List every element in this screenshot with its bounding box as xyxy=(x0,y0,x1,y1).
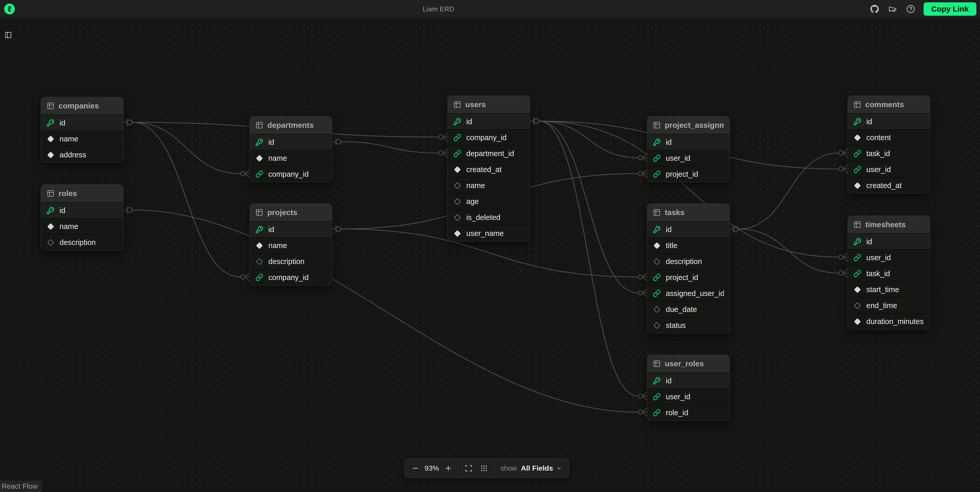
sidebar-toggle-button[interactable] xyxy=(5,32,12,40)
table-field-row[interactable]: start_time xyxy=(848,281,930,297)
table-field-row[interactable]: task_id xyxy=(848,265,930,281)
table-node-projects[interactable]: projectsidnamedescriptioncompany_id xyxy=(250,203,332,286)
table-title: projects xyxy=(267,208,298,217)
table-header[interactable]: companies xyxy=(41,97,123,114)
fields-filter-dropdown[interactable]: All Fields xyxy=(521,464,562,473)
erd-canvas[interactable] xyxy=(0,18,980,492)
foreign-key-icon xyxy=(653,289,661,297)
table-field-row[interactable]: title xyxy=(647,237,729,253)
table-header[interactable]: roles xyxy=(41,185,123,202)
field-name: company_id xyxy=(268,170,309,178)
table-field-row[interactable]: id xyxy=(647,221,729,237)
table-field-row[interactable]: id xyxy=(41,202,123,218)
table-field-row[interactable]: created_at xyxy=(848,177,930,193)
field-name: age xyxy=(466,197,479,206)
table-header[interactable]: users xyxy=(448,96,530,113)
table-header[interactable]: tasks xyxy=(647,204,729,221)
table-icon xyxy=(47,190,54,197)
table-field-row[interactable]: status xyxy=(647,317,729,333)
primary-key-icon xyxy=(255,225,263,233)
table-node-comments[interactable]: commentsidcontenttask_iduser_idcreated_a… xyxy=(848,95,930,194)
table-field-row[interactable]: project_id xyxy=(647,166,729,182)
table-header[interactable]: timesheets xyxy=(848,216,930,233)
table-field-row[interactable]: name xyxy=(448,177,530,193)
table-field-row[interactable]: user_id xyxy=(647,389,729,405)
table-field-row[interactable]: due_date xyxy=(647,301,729,317)
table-field-row[interactable]: created_at xyxy=(448,161,530,177)
table-field-row[interactable]: description xyxy=(647,253,729,269)
table-field-row[interactable]: name xyxy=(41,218,123,234)
table-field-row[interactable]: id xyxy=(848,113,930,129)
table-field-row[interactable]: id xyxy=(848,233,930,249)
table-field-row[interactable]: company_id xyxy=(448,129,530,145)
table-field-row[interactable]: end_time xyxy=(848,297,930,313)
table-field-row[interactable]: id xyxy=(647,134,729,150)
table-field-row[interactable]: user_id xyxy=(848,249,930,265)
table-node-project_assignme[interactable]: project_assignme...iduser_idproject_id xyxy=(647,116,730,182)
table-field-row[interactable]: name xyxy=(41,130,123,146)
primary-key-icon xyxy=(47,206,54,214)
table-node-departments[interactable]: departmentsidnamecompany_id xyxy=(250,116,332,182)
react-flow-attribution[interactable]: React Flow xyxy=(0,481,42,492)
tidy-up-button[interactable] xyxy=(480,465,488,472)
table-field-row[interactable]: id xyxy=(448,113,530,129)
megaphone-icon[interactable] xyxy=(888,4,898,14)
help-icon[interactable] xyxy=(905,4,916,14)
foreign-key-icon xyxy=(653,170,661,178)
primary-key-icon xyxy=(853,118,861,125)
table-field-row[interactable]: company_id xyxy=(250,166,332,182)
table-title: users xyxy=(465,100,486,109)
zoom-out-button[interactable] xyxy=(411,465,419,472)
table-field-row[interactable]: id xyxy=(647,373,729,389)
table-header[interactable]: projects xyxy=(250,204,332,221)
foreign-key-icon xyxy=(853,166,861,173)
zoom-in-button[interactable] xyxy=(444,465,452,472)
table-field-row[interactable]: id xyxy=(41,114,123,130)
table-field-row[interactable]: id xyxy=(250,221,332,237)
table-node-users[interactable]: usersidcompany_iddepartment_idcreated_at… xyxy=(447,95,530,241)
field-name: description xyxy=(666,257,702,266)
field-name: start_time xyxy=(866,286,899,294)
table-icon xyxy=(47,102,54,110)
field-name: project_id xyxy=(666,170,698,178)
table-title: departments xyxy=(267,121,314,130)
table-field-row[interactable]: name xyxy=(250,237,332,253)
table-field-row[interactable]: name xyxy=(250,150,332,166)
table-field-row[interactable]: description xyxy=(250,253,332,269)
table-field-row[interactable]: company_id xyxy=(250,269,332,285)
field-name: id xyxy=(60,206,65,215)
table-field-row[interactable]: department_id xyxy=(448,145,530,161)
table-field-row[interactable]: description xyxy=(41,234,123,250)
primary-key-icon xyxy=(453,118,461,125)
table-field-row[interactable]: user_id xyxy=(647,150,729,166)
table-node-timesheets[interactable]: timesheetsiduser_idtask_idstart_timeend_… xyxy=(848,216,930,330)
table-field-row[interactable]: assigned_user_id xyxy=(647,285,729,301)
table-field-row[interactable]: role_id xyxy=(647,405,729,421)
table-field-row[interactable]: project_id xyxy=(647,269,729,285)
table-field-row[interactable]: address xyxy=(41,146,123,162)
table-field-row[interactable]: is_deleted xyxy=(448,209,530,225)
table-node-companies[interactable]: companiesidnameaddress xyxy=(41,97,124,163)
table-header[interactable]: project_assignme... xyxy=(647,116,729,134)
table-field-row[interactable]: content xyxy=(848,129,930,145)
table-field-row[interactable]: task_id xyxy=(848,145,930,161)
table-field-row[interactable]: id xyxy=(250,134,332,150)
fit-view-button[interactable] xyxy=(465,465,473,472)
not-null-diamond-icon xyxy=(453,230,461,237)
field-name: id xyxy=(268,138,274,146)
table-header[interactable]: departments xyxy=(250,116,332,134)
table-field-row[interactable]: duration_minutes xyxy=(848,313,930,329)
table-node-user_roles[interactable]: user_rolesiduser_idrole_id xyxy=(647,355,730,421)
not-null-diamond-icon xyxy=(453,166,461,173)
field-name: description xyxy=(60,238,95,247)
table-node-tasks[interactable]: tasksidtitledescriptionproject_idassigne… xyxy=(647,203,730,333)
table-field-row[interactable]: user_name xyxy=(448,225,530,241)
field-name: is_deleted xyxy=(466,213,500,222)
table-header[interactable]: user_roles xyxy=(647,355,729,373)
github-icon[interactable] xyxy=(869,4,880,14)
table-field-row[interactable]: age xyxy=(448,193,530,209)
table-node-roles[interactable]: rolesidnamedescription xyxy=(41,184,124,251)
copy-link-button[interactable]: Copy Link xyxy=(924,2,977,16)
table-field-row[interactable]: user_id xyxy=(848,161,930,177)
table-header[interactable]: comments xyxy=(848,96,930,113)
